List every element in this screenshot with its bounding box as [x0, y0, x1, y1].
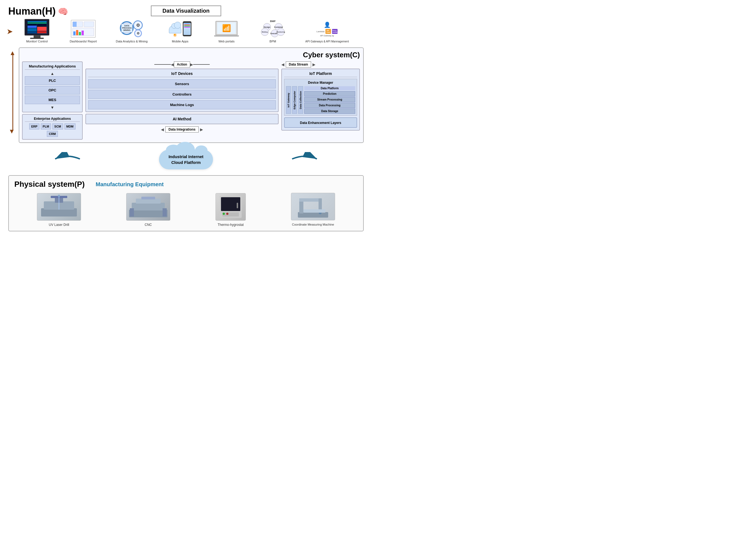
cnc-item: CNC — [126, 193, 170, 227]
cyber-system-box: Cyber system(C) Manufacturing Applicatio… — [19, 47, 364, 143]
svg-rect-12 — [130, 208, 134, 216]
uv-laser-img — [37, 193, 81, 221]
webportal-icon: 📶 — [214, 20, 239, 38]
prediction-item: Prediction — [304, 91, 355, 96]
dashboard-label: Dashboards/ Report — [70, 39, 97, 43]
plc-item: PLC — [25, 76, 80, 85]
cloud-label: Industrial InternetCloud Flatform — [169, 154, 203, 165]
mfg-apps-title: Manufacturing Applications — [25, 64, 80, 70]
thermo-label: Thermo-hygrostat — [218, 223, 244, 227]
sensors-item: Sensors — [88, 79, 276, 88]
data-stream-box: Data Stream — [286, 62, 311, 68]
svg-rect-17 — [237, 203, 238, 208]
center-column: ◀ Action ▶ IoT Devices Sensors Controlle… — [85, 62, 278, 132]
api-label: API Gateways & API Mannagement — [305, 40, 349, 43]
cnc-label: CNC — [145, 223, 152, 227]
thermo-item: Thermo-hygrostat — [216, 193, 246, 227]
cloud-arrow-left — [52, 152, 85, 167]
scm-item: SCM — [52, 123, 63, 129]
cloud-shape: Industrial InternetCloud Flatform — [159, 150, 213, 169]
human-title: Human(H) — [8, 5, 55, 17]
svg-point-18 — [223, 213, 225, 215]
mes-item: MES — [25, 95, 80, 104]
action-line-left — [154, 64, 171, 65]
page: Human(H) 🧠 Data Visualization ➤ — [0, 0, 372, 237]
erp-item: ERP — [29, 123, 39, 129]
svg-rect-8 — [129, 210, 168, 217]
bpm-icon: BMP Design Container Moblog Execution Mo… — [260, 20, 285, 38]
data-enhancement-box: Data Enhancement Layers — [284, 117, 357, 128]
data-analytics-label: Data Analytics & Mining — [116, 39, 148, 43]
svg-point-19 — [226, 213, 228, 215]
bpm-label: BPM — [269, 39, 276, 43]
cnc-img — [126, 193, 170, 221]
webportal-label: Web portals — [219, 39, 235, 43]
device-manager-section: Device Manager IoT Gateway Edge Computer… — [284, 79, 357, 116]
api-gateways-item: 👤 Lambda APIGate DynamoDB API Gateway ay… — [305, 20, 349, 43]
action-box: Action — [174, 62, 190, 68]
data-analytics-item: DATAPROCESSMINING ⚙ ⚙ Data Analytics & M… — [116, 20, 148, 43]
api-icon: 👤 Lambda APIGate DynamoDB API Gateway ay — [310, 20, 344, 38]
ai-method-box: AI Method — [85, 114, 278, 124]
data-integrations-box: Data Integrations — [165, 126, 198, 132]
data-storage-item: Data Storage — [304, 109, 355, 114]
mdm-item: MDM — [65, 123, 75, 129]
arrow-up-mfg: ▲ — [25, 71, 80, 76]
left-column: Manufacturing Applications ▲ PLC OPC MES… — [22, 62, 83, 139]
device-manager-title: Device Manager — [286, 81, 355, 85]
enterprise-apps-box: Enterprise Applications ERP PLM SCM MDM … — [22, 114, 83, 139]
dashboard-icon — [71, 20, 96, 38]
svg-rect-13 — [162, 208, 167, 216]
svg-rect-16 — [222, 212, 239, 216]
iot-platform-col: ◀ Data Stream ▶ IoT Platform Device Mana… — [281, 62, 360, 130]
data-enhancement-title: Data Enhancement Layers — [300, 121, 341, 125]
svg-point-7 — [58, 195, 60, 197]
data-visualization-box: Data Visualization — [151, 5, 221, 16]
main-diagram: ▶ ▶ Cyber system(C) Manufacturing Applic… — [8, 47, 364, 143]
iot-platform-box: IoT Platform Device Manager IoT Gateway — [281, 69, 360, 130]
data-stream-row: ◀ Data Stream ▶ — [281, 62, 360, 68]
cyber-title: Cyber system(C) — [22, 51, 360, 59]
enterprise-apps-title: Enterprise Applications — [25, 117, 80, 122]
cyber-content-row: Manufacturing Applications ▲ PLC OPC MES… — [22, 62, 360, 139]
left-arrow-icon: ➤ — [7, 28, 12, 35]
crm-item: CRM — [47, 131, 58, 137]
uv-laser-item: UV Laser Drill — [37, 193, 81, 227]
monitor-icon — [25, 20, 49, 38]
data-platform-title: Data Platform — [304, 86, 355, 90]
platform-columns: IoT Gateway Edge Computer Data Collectio… — [286, 86, 355, 114]
mfg-equipment-title: Manufacturing Equipment — [96, 181, 164, 188]
svg-rect-11 — [141, 197, 155, 199]
machine-logs-item: Machine Logs — [88, 100, 276, 109]
human-label: Human(H) 🧠 — [8, 5, 68, 17]
thermo-img — [216, 193, 246, 221]
iot-platform-title: IoT Platform — [284, 71, 357, 77]
coord-item: Coordinate Measuring Machine — [291, 193, 335, 227]
coord-img — [291, 193, 335, 221]
physical-system-box: Physical system(P) Manufacturing Equipme… — [8, 175, 364, 231]
dashboard-report-item: Dashboards/ Report — [69, 20, 97, 43]
svg-rect-9 — [132, 203, 165, 210]
cloud-section: Industrial InternetCloud Flatform — [8, 144, 364, 175]
data-analytics-icon: DATAPROCESSMINING ⚙ ⚙ — [119, 20, 144, 38]
ai-method-title: AI Method — [173, 117, 191, 121]
data-integrations-row: ◀ Data Integrations ▶ — [85, 126, 278, 132]
svg-rect-22 — [299, 198, 321, 202]
arrow-down-mfg: ▼ — [25, 105, 80, 110]
opc-item: OPC — [25, 86, 80, 94]
mfg-apps-box: Manufacturing Applications ▲ PLC OPC MES… — [22, 62, 83, 112]
svg-rect-25 — [303, 209, 326, 213]
stream-processing-item: Stream Processing — [304, 97, 355, 102]
monitor-label: Monitor/ Control — [26, 39, 48, 43]
enterprise-items: ERP PLM SCM MDM CRM — [25, 123, 80, 137]
mobile-label: Mobile Apps — [172, 39, 188, 43]
mobile-apps-item: 📶 Mobile Apps — [166, 20, 194, 43]
data-collection-label: Data Collection — [298, 86, 303, 114]
left-bracket: ▶ ▶ — [8, 47, 16, 143]
action-row: ◀ Action ▶ — [85, 62, 278, 68]
header-section: Human(H) 🧠 Data Visualization — [8, 5, 364, 17]
bpm-item: BMP Design Container Moblog Execution Mo… — [259, 20, 287, 43]
iot-gateway-label: IoT Gateway — [286, 86, 291, 114]
brain-icon: 🧠 — [58, 7, 68, 16]
top-icons-section: ➤ — [8, 20, 364, 43]
